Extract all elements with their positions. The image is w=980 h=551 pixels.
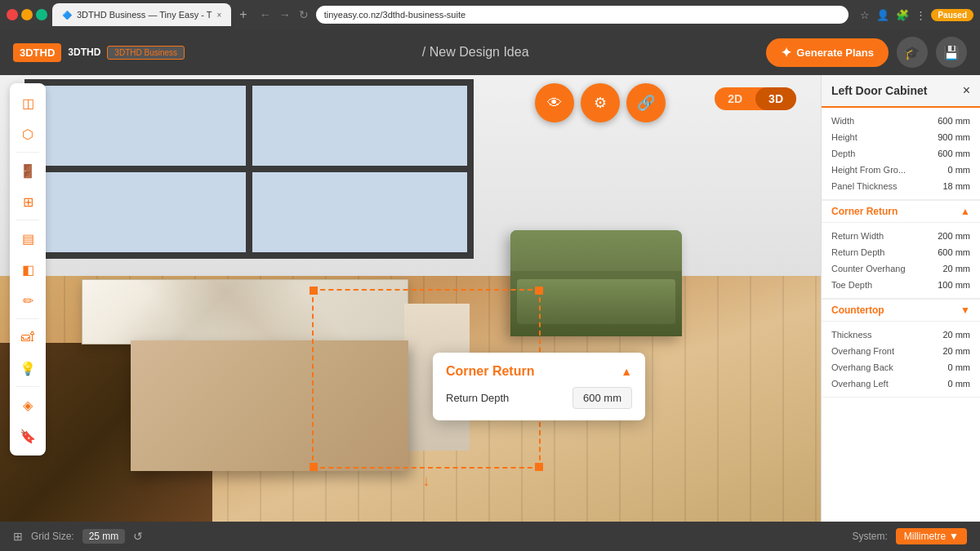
toggle-3d-btn[interactable]: 3D	[755, 87, 796, 110]
grid-size-label: Grid Size:	[31, 531, 74, 542]
refresh-btn[interactable]: ↻	[296, 8, 311, 21]
popup-collapse-icon[interactable]: ▲	[621, 365, 632, 378]
grid-size-value[interactable]: 25 mm	[82, 529, 126, 544]
countertop-section-title: Countertop	[831, 304, 884, 316]
maximize-window-btn[interactable]	[36, 9, 47, 20]
tool-furniture-btn[interactable]: 🛋	[13, 322, 42, 352]
browser-chrome: 🔷 3DTHD Business — Tiny Easy - T × + ← →…	[0, 0, 980, 29]
prop-width-label: Width	[831, 116, 854, 126]
counter-island	[82, 279, 474, 442]
tool-box-btn[interactable]: ⬡	[13, 119, 42, 149]
prop-width-value: 600 mm	[938, 116, 970, 126]
tool-light-btn[interactable]: 💡	[13, 353, 42, 383]
close-window-btn[interactable]	[7, 9, 18, 20]
tool-edit-btn[interactable]: ✏	[13, 286, 42, 315]
tool-window-btn[interactable]: ⊞	[13, 187, 42, 216]
tab-close-btn[interactable]: ×	[216, 11, 221, 20]
counter-body	[131, 340, 408, 471]
tool-cabinet-btn[interactable]: ▤	[13, 224, 42, 253]
countertop-toggle-icon[interactable]: ▼	[960, 304, 970, 316]
prop-height-from-ground-row: Height From Gro... 0 mm	[822, 162, 980, 178]
link-icon: 🔗	[637, 94, 655, 112]
browser-icons: ☆ 👤 🧩 ⋮	[860, 9, 926, 21]
prop-overhang-left-label: Overhang Left	[831, 379, 889, 389]
bookmark-icon[interactable]: ☆	[860, 9, 870, 21]
topbar-right: ✦ Generate Plans 🎓 💾	[766, 37, 967, 68]
layers-icon: ◫	[22, 96, 34, 111]
furniture-icon: 🛋	[21, 330, 34, 344]
right-panel: Left Door Cabinet × Width 600 mm Height …	[821, 75, 980, 522]
tool-layers-btn[interactable]: ◫	[13, 88, 42, 118]
profile-icon[interactable]: 👤	[876, 9, 889, 21]
reset-btn[interactable]: ↺	[133, 530, 143, 543]
prop-thickness-row: Thickness 20 mm	[822, 327, 980, 343]
sofa-cushion	[517, 279, 675, 324]
toolbar-divider-2	[16, 220, 39, 220]
prop-counter-overhang-label: Counter Overhang	[831, 264, 906, 273]
window-dividers	[24, 79, 474, 259]
menu-icon[interactable]: ⋮	[915, 9, 926, 21]
prop-toe-depth-label: Toe Depth	[831, 280, 872, 290]
return-depth-label: Return Depth	[446, 392, 509, 404]
window-frame	[24, 79, 474, 259]
tool-tag-btn[interactable]: 🔖	[13, 421, 42, 451]
link-btn[interactable]: 🔗	[626, 83, 666, 122]
panel-close-btn[interactable]: ×	[963, 83, 970, 98]
browser-tab[interactable]: 🔷 3DTHD Business — Tiny Easy - T ×	[52, 3, 231, 26]
tool-door-btn[interactable]: 🚪	[13, 156, 42, 185]
prop-toe-depth-row: Toe Depth 100 mm	[822, 277, 980, 293]
save-button[interactable]: 💾	[936, 37, 967, 68]
system-value: Millimetre	[904, 531, 946, 542]
prop-overhang-front-label: Overhang Front	[831, 346, 894, 356]
prop-depth-value: 600 mm	[938, 149, 970, 158]
logo-3dthd: 3DTHD	[13, 43, 61, 62]
prop-height-from-ground-value: 0 mm	[948, 165, 971, 175]
settings-btn[interactable]: ⚙	[581, 83, 620, 122]
sofa	[510, 230, 682, 336]
camera-btn[interactable]: 👁	[535, 83, 574, 122]
prop-overhang-back-value: 0 mm	[948, 362, 971, 372]
viewport[interactable]: → ↓ ◫ ⬡ 🚪 ⊞	[0, 75, 821, 522]
tool-stack-btn[interactable]: ◧	[13, 255, 42, 284]
back-btn[interactable]: ←	[257, 8, 274, 21]
grid-icon: ⊞	[13, 530, 23, 543]
window-border	[24, 79, 474, 259]
prop-counter-overhang-value: 20 mm	[942, 264, 970, 273]
tag-icon: 🔖	[20, 429, 36, 444]
countertop-section-header[interactable]: Countertop ▼	[822, 299, 980, 322]
url-bar[interactable]: tinyeasy.co.nz/3dthd-business-suite	[316, 6, 849, 24]
prop-return-depth-label: Return Depth	[831, 247, 884, 257]
tool-material-btn[interactable]: ◈	[13, 390, 42, 420]
extension-icon[interactable]: 🧩	[896, 9, 909, 21]
forward-btn[interactable]: →	[277, 8, 293, 21]
popup-header: Corner Return ▲	[446, 364, 632, 379]
minimize-window-btn[interactable]	[21, 9, 33, 20]
generate-plans-button[interactable]: ✦ Generate Plans	[766, 38, 889, 67]
window-horizontal-divider	[24, 166, 474, 172]
chevron-down-icon: ▼	[949, 531, 959, 542]
corner-return-toggle-icon[interactable]: ▲	[960, 206, 970, 217]
topbar: 3DTHD 3DTHD 3DTHD Business / New Design …	[0, 29, 980, 75]
cube-icon: ⬡	[22, 127, 33, 142]
prop-overhang-front-row: Overhang Front 20 mm	[822, 343, 980, 359]
stack-icon: ◧	[22, 262, 34, 278]
prop-height-from-ground-label: Height From Gro...	[831, 165, 906, 175]
graduation-icon: 🎓	[904, 45, 920, 60]
help-button[interactable]: 🎓	[897, 37, 928, 68]
system-dropdown[interactable]: Millimetre ▼	[896, 528, 967, 544]
prop-height-value: 900 mm	[938, 132, 970, 142]
prop-panel-thickness-row: Panel Thickness 18 mm	[822, 178, 980, 194]
main-area: → ↓ ◫ ⬡ 🚪 ⊞	[0, 75, 980, 522]
prop-depth-label: Depth	[831, 149, 855, 158]
return-depth-value[interactable]: 600 mm	[572, 387, 632, 409]
panel-header: Left Door Cabinet ×	[822, 75, 980, 108]
corner-return-section-header[interactable]: Corner Return ▲	[822, 200, 980, 223]
business-badge: 3DTHD Business	[107, 46, 185, 60]
viewport-bg: → ↓ ◫ ⬡ 🚪 ⊞	[0, 75, 821, 522]
prop-return-width-row: Return Width 200 mm	[822, 228, 980, 244]
prop-width-row: Width 600 mm	[822, 113, 980, 129]
door-icon: 🚪	[20, 163, 36, 179]
new-tab-btn[interactable]: +	[239, 7, 247, 22]
toggle-2d-btn[interactable]: 2D	[715, 87, 755, 110]
counter-top	[82, 279, 408, 344]
